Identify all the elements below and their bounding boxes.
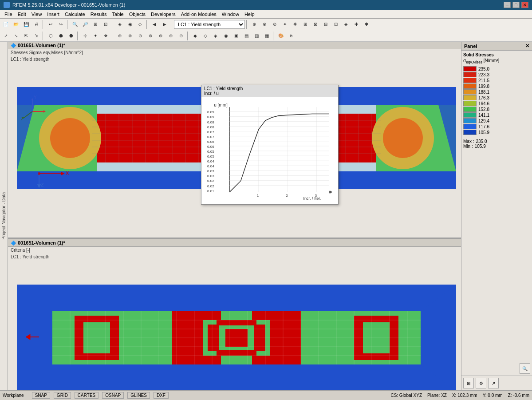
panel-settings-button[interactable]: ⚙ — [476, 378, 486, 388]
tb-extra-10[interactable]: ◈ — [341, 20, 351, 29]
cartes-button[interactable]: CARTES — [75, 392, 99, 399]
tb2-15[interactable]: ⊛ — [156, 31, 166, 41]
tb-icon-1[interactable]: ◈ — [115, 20, 125, 29]
open-button[interactable]: 📂 — [11, 20, 21, 29]
legend-color-7 — [463, 107, 477, 112]
print-button[interactable]: 🖨 — [32, 20, 41, 29]
menu-table[interactable]: Table — [109, 11, 126, 18]
tb2-20[interactable]: ◈ — [211, 31, 221, 41]
tb2-5[interactable]: ⬡ — [46, 31, 55, 41]
dxf-button[interactable]: DXF — [154, 392, 169, 399]
tb2-9[interactable]: ✦ — [91, 31, 100, 41]
svg-text:0.08: 0.08 — [207, 120, 214, 124]
glines-button[interactable]: GLINES — [127, 392, 150, 399]
tb2-2[interactable]: ↘ — [11, 31, 21, 41]
tb-extra-3[interactable]: ⊙ — [270, 20, 280, 29]
legend-color-4 — [463, 89, 477, 95]
tb2-24[interactable]: ▥ — [252, 31, 261, 41]
nav-forward-button[interactable]: ▶ — [160, 20, 169, 29]
legend-item-2: 211.5 — [463, 78, 530, 83]
tb2-17[interactable]: ⊝ — [176, 31, 186, 41]
nav-back-button[interactable]: ◀ — [150, 20, 159, 29]
menu-objects[interactable]: Objects — [126, 11, 148, 18]
viewport-bottom-info2: LC1 : Yield strength — [8, 253, 461, 260]
tb2-27[interactable]: 🖱 — [286, 31, 296, 41]
tb-extra-12[interactable]: ✱ — [362, 20, 371, 29]
tb-extra-2[interactable]: ⊗ — [260, 20, 269, 29]
tb2-19[interactable]: ◇ — [201, 31, 210, 41]
tb2-10[interactable]: ❖ — [101, 31, 110, 41]
menu-view[interactable]: View — [29, 11, 45, 18]
menu-developers[interactable]: Developers — [148, 11, 178, 18]
tb2-22[interactable]: ▣ — [231, 31, 241, 41]
osnap-button[interactable]: OSNAP — [102, 392, 124, 399]
tb-extra-9[interactable]: ⊡ — [331, 20, 341, 29]
tb-extra-4[interactable]: ✦ — [280, 20, 290, 29]
menu-results[interactable]: Results — [88, 11, 110, 18]
tb2-23[interactable]: ▤ — [241, 31, 251, 41]
close-button[interactable]: ✕ — [521, 2, 528, 8]
viewport-top[interactable]: 🔷 001651-Volumen (1)* Stresses Sigma-eqv… — [8, 42, 461, 239]
viewport-top-title-text: 001651-Volumen (1)* — [18, 43, 65, 48]
tb2-14[interactable]: ⊚ — [146, 31, 155, 41]
tb-extra-6[interactable]: ⊞ — [300, 20, 310, 29]
lc-dropdown[interactable]: LC1 : Yield strength — [174, 20, 245, 29]
tb2-11[interactable]: ⊕ — [115, 31, 125, 41]
tb2-12[interactable]: ⊗ — [125, 31, 135, 41]
save-button[interactable]: 💾 — [21, 20, 31, 29]
tb2-1[interactable]: ↗ — [1, 31, 11, 41]
menu-addon[interactable]: Add-on Modules — [178, 11, 219, 18]
menu-edit[interactable]: Edit — [15, 11, 29, 18]
grid-button[interactable]: GRID — [54, 392, 71, 399]
cs-label: CS: Global XYZ — [390, 393, 422, 398]
viewport-top-info1: Stresses Sigma-eqv,Mises [N/mm^2] — [8, 49, 461, 56]
tb-extra-1[interactable]: ⊕ — [249, 20, 259, 29]
tb2-4[interactable]: ⇲ — [32, 31, 41, 41]
workplane-label: Workplane — [3, 393, 24, 398]
menu-window[interactable]: Window — [219, 11, 242, 18]
nav-label[interactable]: Project Navigator - Data — [0, 190, 8, 242]
maximize-button[interactable]: □ — [512, 2, 520, 8]
menu-help[interactable]: Help — [242, 11, 257, 18]
legend-item-11: 105.9 — [463, 130, 530, 135]
tb2-6[interactable]: ⬢ — [56, 31, 66, 41]
tb-icon-2[interactable]: ◉ — [125, 20, 135, 29]
bottom-mesh-svg — [17, 285, 456, 390]
menu-calculate[interactable]: Calculate — [62, 11, 88, 18]
zoom-all-button[interactable]: ⊞ — [91, 20, 100, 29]
tb-extra-11[interactable]: ✚ — [351, 20, 361, 29]
viewport-bottom[interactable]: 🔷 001651-Volumen (1)* Criteria [-] LC1 :… — [8, 239, 461, 390]
chart-overlay[interactable]: LC1 : Yield strength Incr. / u u [mm] — [201, 85, 339, 205]
panel-zoom-button[interactable]: 🔍 — [520, 363, 530, 374]
panel-export-button[interactable]: ↗ — [488, 378, 499, 388]
tb-extra-8[interactable]: ⊟ — [321, 20, 331, 29]
tb2-25[interactable]: ▦ — [262, 31, 272, 41]
tb2-3[interactable]: ⇱ — [21, 31, 31, 41]
tb2-13[interactable]: ⊙ — [135, 31, 145, 41]
tb-icon-3[interactable]: ◇ — [135, 20, 145, 29]
zoom-in-button[interactable]: 🔍 — [70, 20, 80, 29]
tb2-26[interactable]: 🎨 — [276, 31, 286, 41]
tb2-16[interactable]: ⊜ — [166, 31, 176, 41]
tb2-8[interactable]: ⊹ — [80, 31, 90, 41]
minimize-button[interactable]: ─ — [504, 2, 511, 8]
redo-button[interactable]: ↪ — [56, 20, 66, 29]
new-button[interactable]: 📄 — [1, 20, 11, 29]
tb2-7[interactable]: ⬣ — [66, 31, 76, 41]
tb-extra-7[interactable]: ⊠ — [311, 20, 320, 29]
zoom-out-button[interactable]: 🔎 — [80, 20, 90, 29]
left-navigator[interactable]: Project Navigator - Data — [0, 42, 8, 390]
legend-label-3: 199.8 — [478, 84, 489, 89]
max-label: Max : — [463, 139, 474, 144]
tb2-21[interactable]: ◉ — [221, 31, 231, 41]
tb-extra-5[interactable]: ❋ — [290, 20, 300, 29]
undo-button[interactable]: ↩ — [46, 20, 55, 29]
snap-button[interactable]: SNAP — [32, 392, 50, 399]
panel-grid-button[interactable]: ⊞ — [463, 378, 474, 388]
tb2-18[interactable]: ◆ — [190, 31, 200, 41]
panel-close-button[interactable]: ✕ — [525, 43, 529, 49]
menu-insert[interactable]: Insert — [44, 11, 62, 18]
zoom-select-button[interactable]: ⊡ — [101, 20, 110, 29]
chart-title-line1: LC1 : Yield strength — [204, 86, 335, 91]
menu-file[interactable]: File — [2, 11, 15, 18]
